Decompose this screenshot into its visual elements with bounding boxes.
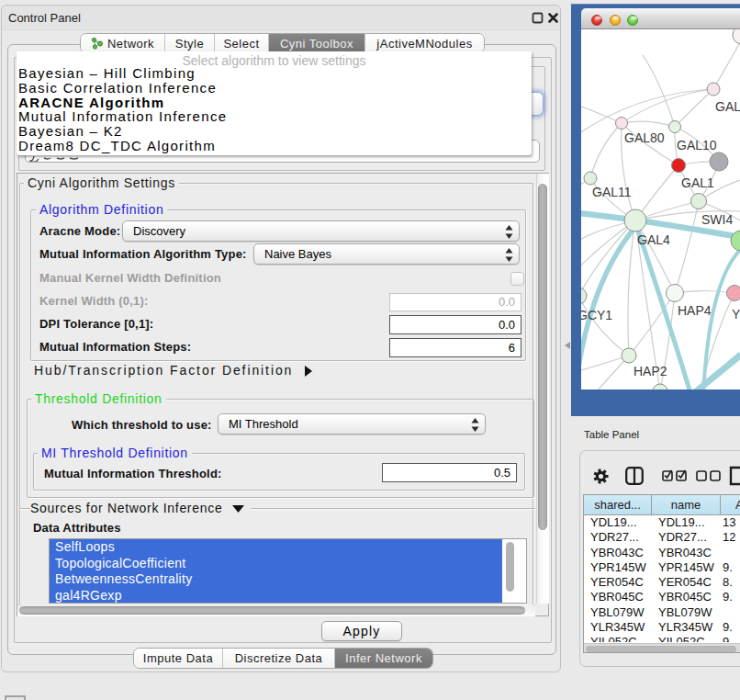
tab-jactivemnodules[interactable]: jActiveMNodules	[365, 34, 484, 52]
network-edge-highlighted[interactable]	[694, 355, 740, 390]
dropdown-item[interactable]: ARACNE Algorithm	[18, 96, 530, 110]
network-node-y[interactable]	[727, 286, 740, 301]
network-node-gal80[interactable]	[616, 118, 628, 130]
network-node[interactable]	[733, 29, 740, 44]
dropdown-item[interactable]: Bayesian – Hill Climbing	[18, 66, 530, 81]
network-edge[interactable]	[675, 89, 713, 127]
horizontal-scrollbar-thumb[interactable]	[19, 606, 525, 615]
collapse-down-icon	[232, 504, 244, 513]
aracne-mode-combobox[interactable]: Discovery	[122, 220, 520, 242]
table-row[interactable]: YPR145WYPR145W9.	[584, 560, 740, 575]
tab-select[interactable]: Select	[215, 34, 269, 52]
close-red-button[interactable]	[591, 15, 602, 26]
float-icon[interactable]	[532, 12, 544, 24]
tab-label: jActiveMNodules	[376, 37, 472, 51]
table-cell: YBL079W	[584, 605, 652, 620]
unselect-all-icon[interactable]	[696, 470, 722, 481]
network-node-swi4[interactable]	[691, 194, 707, 209]
table-row[interactable]: YDR27...YDR27...12	[584, 530, 740, 545]
tab-discretize-data[interactable]: Discretize Data	[223, 649, 335, 668]
zoom-green-button[interactable]	[627, 15, 638, 26]
kernel-width-field[interactable]: 0.0	[389, 293, 521, 311]
mi-type-combobox[interactable]: Naive Bayes	[253, 243, 520, 265]
hub-definition-header[interactable]: Hub/Transcription Factor Definition	[34, 364, 312, 377]
data-attribute-item[interactable]: BetweennessCentrality	[50, 571, 502, 588]
combobox-arrows-icon	[505, 225, 513, 239]
column-header-name[interactable]: name	[652, 495, 721, 515]
aracne-mode-value: Discovery	[133, 224, 185, 238]
combobox-arrows-icon	[505, 248, 513, 262]
tab-network[interactable]: Network	[81, 34, 165, 52]
table-hscrollbar-track[interactable]	[584, 643, 740, 653]
gear-icon[interactable]	[592, 468, 610, 485]
column-header-A[interactable]: A	[721, 495, 740, 515]
table-row[interactable]: YBR045CYBR045C9.	[584, 590, 740, 604]
data-attributes-label: Data Attributes	[33, 522, 121, 535]
network-window-titlebar[interactable]	[581, 8, 740, 29]
table-row[interactable]: YLR345WYLR345W9.	[584, 620, 740, 635]
vertical-scrollbar-thumb[interactable]	[538, 184, 547, 530]
data-attribute-item[interactable]: TopologicalCoefficient	[50, 556, 502, 572]
dropdown-item[interactable]: Dream8 DC_TDC Algorithm	[18, 139, 530, 153]
list-scrollbar-thumb[interactable]	[506, 542, 514, 592]
network-node-gcy1[interactable]	[581, 288, 587, 304]
network-node-gal1[interactable]	[672, 159, 686, 173]
table-row[interactable]: YBL079WYBL079W	[584, 605, 740, 620]
minimize-yellow-button[interactable]	[610, 15, 621, 26]
tab-cyni-toolbox[interactable]: Cyni Toolbox	[269, 34, 365, 52]
table-cell: YER054C	[584, 575, 652, 590]
data-attribute-item[interactable]: SelfLoops	[50, 539, 502, 556]
dropdown-item[interactable]: Basic Correlation Inference	[18, 81, 530, 96]
network-edge[interactable]	[713, 42, 740, 89]
network-node-gal4[interactable]	[624, 209, 646, 231]
sources-header[interactable]: Sources for Network Inference	[30, 502, 251, 515]
network-node[interactable]	[653, 384, 667, 390]
mi-threshold-field[interactable]: 0.5	[382, 463, 517, 482]
network-node-hap2[interactable]	[622, 348, 636, 363]
table-row[interactable]: YBR043CYBR043C	[584, 546, 740, 560]
table-row[interactable]: YER054CYER054C8.	[584, 575, 740, 590]
which-threshold-combobox[interactable]: MI Threshold	[218, 413, 486, 435]
table-cell: 13	[721, 515, 740, 530]
tab-style[interactable]: Style	[165, 34, 215, 52]
network-edge[interactable]	[590, 123, 622, 178]
network-node-gal11[interactable]	[584, 172, 597, 185]
data-attributes-list[interactable]: SelfLoopsTopologicalCoefficientBetweenne…	[49, 538, 527, 604]
network-node-hap4[interactable]	[667, 285, 684, 302]
tab-label: Discretize Data	[235, 651, 323, 665]
network-node[interactable]	[710, 152, 728, 171]
algorithm-combobox-fragment[interactable]	[530, 92, 544, 116]
screen: Control Panel NetworkStyleSelectCyni Too…	[0, 0, 740, 700]
control-panel-titlebar[interactable]	[2, 6, 560, 30]
data-attribute-item[interactable]: gal4RGexp	[50, 588, 502, 604]
network-edge[interactable]	[622, 121, 675, 127]
network-edge[interactable]	[675, 201, 699, 293]
table-panel-title: Table Panel	[584, 429, 639, 440]
table-cell: YLR345W	[584, 620, 652, 635]
splitter-collapse-icon[interactable]	[565, 342, 570, 349]
column-header-shared[interactable]: shared...	[584, 495, 652, 515]
close-icon[interactable]	[547, 12, 559, 24]
new-table-icon[interactable]	[729, 466, 740, 486]
table-hscrollbar-thumb[interactable]	[586, 646, 736, 653]
manual-kernel-checkbox[interactable]	[510, 272, 524, 286]
network-node-gal[interactable]	[707, 83, 720, 96]
table-row[interactable]: YIL052CYIL052C9	[584, 635, 740, 642]
dpi-tolerance-field[interactable]: 0.0	[389, 315, 521, 334]
network-edge[interactable]	[643, 55, 675, 127]
network-node-label: GCY1	[581, 308, 612, 322]
column-browser-icon[interactable]	[625, 467, 644, 485]
apply-button[interactable]: Apply	[321, 621, 402, 641]
dropdown-item[interactable]: Mutual Information Inference	[18, 109, 530, 124]
network-canvas[interactable]: GALGAL80GAL10GAL1GAL11SWI4GAL4GCY1HAP4YH…	[581, 29, 740, 390]
tab-infer-network[interactable]: Infer Network	[335, 649, 432, 668]
table-row[interactable]: YDL19...YDL19...13	[584, 515, 740, 530]
dropdown-item[interactable]: Bayesian – K2	[18, 124, 530, 139]
tab-impute-data[interactable]: Impute Data	[134, 649, 223, 668]
network-edge[interactable]	[628, 220, 635, 356]
network-node-gal10[interactable]	[669, 121, 681, 133]
select-all-icon[interactable]	[662, 469, 688, 481]
table-cell: 9	[721, 635, 740, 642]
table-cell	[721, 605, 740, 620]
mi-steps-field[interactable]: 6	[389, 338, 521, 357]
